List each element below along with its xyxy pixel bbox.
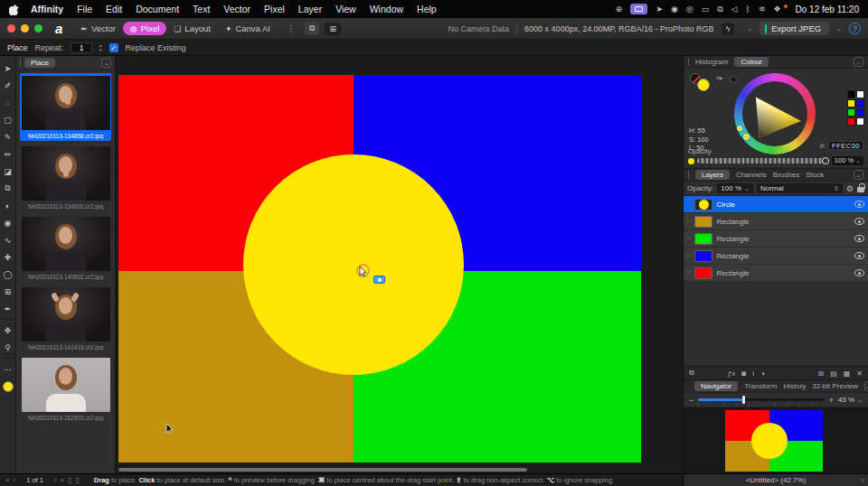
volume-icon[interactable]: ◁ — [731, 5, 738, 14]
layer-row-rectangle-blue[interactable]: ∷ Rectangle — [684, 248, 868, 264]
swatch[interactable] — [856, 117, 864, 126]
pointer-icon[interactable]: ➤ — [656, 5, 663, 14]
tab-channels[interactable]: Channels — [736, 171, 767, 179]
layer-lock-icon[interactable] — [857, 187, 864, 192]
layer-thumbnail[interactable] — [694, 250, 712, 262]
hardware-acceleration-button[interactable]: ϟ — [722, 23, 735, 35]
active-colour-well[interactable] — [3, 381, 14, 392]
colour-wheel[interactable] — [734, 73, 816, 154]
menu-item-vector[interactable]: Vector — [223, 4, 250, 14]
layer-drag-handle[interactable]: ∷ — [687, 201, 691, 208]
opacity-slider-knob[interactable] — [822, 157, 829, 164]
panel-menu-button[interactable]: ⌄ — [864, 381, 868, 391]
tab-histogram[interactable]: Histogram — [695, 58, 728, 66]
navigator-preview[interactable] — [684, 407, 868, 473]
move-tool[interactable]: ➤ — [0, 60, 15, 77]
swatch[interactable] — [856, 90, 864, 98]
next-page-button[interactable]: › — [54, 476, 57, 484]
camera-status-icon[interactable]: ◎ — [686, 5, 693, 14]
zoom-window-button[interactable] — [34, 24, 42, 33]
assistant-button[interactable]: ⧉ — [305, 22, 319, 35]
mesh-warp-tool[interactable]: ⊞ — [0, 283, 15, 300]
last-page-button[interactable]: » — [61, 476, 64, 484]
new-layer-icon[interactable]: ⊞ — [817, 369, 824, 378]
marquee-tool[interactable]: ▢ — [0, 111, 15, 128]
blend-mode-dropdown[interactable]: Normal⇕ — [757, 183, 843, 193]
canvas-viewport[interactable] — [117, 56, 683, 473]
menu-item-layer[interactable]: Layer — [298, 4, 322, 14]
layer-row-circle[interactable]: ∷ Circle — [684, 196, 868, 212]
eye-status-icon[interactable]: ◉ — [671, 5, 678, 14]
place-item-4[interactable]: NH20210113-141419.cr2.jpg — [20, 285, 111, 352]
chevron-down-icon[interactable]: ⌄ — [747, 25, 752, 33]
hamburger-icon[interactable]: ≡ — [861, 477, 864, 483]
delete-layer-icon[interactable]: ✕ — [856, 369, 863, 378]
repeat-stepper[interactable]: ▴▾ — [99, 43, 102, 52]
export-chevron-icon[interactable]: ⌄ — [836, 25, 842, 33]
tab-history[interactable]: History — [783, 382, 806, 390]
layer-thumbnail[interactable] — [694, 216, 712, 228]
adjustment-icon[interactable]: ◑ — [760, 369, 765, 378]
close-window-button[interactable] — [7, 24, 15, 33]
panel-menu-button[interactable]: ⌄ — [854, 170, 863, 180]
panel-grip[interactable] — [688, 171, 689, 179]
layer-visibility-eye-icon[interactable] — [854, 235, 864, 242]
single-page-icon[interactable]: ▯ — [68, 476, 71, 484]
snapping-options-button[interactable]: ⊞ — [325, 23, 341, 35]
layer-visibility-eye-icon[interactable] — [854, 252, 864, 259]
healing-tool[interactable]: ✚ — [0, 248, 15, 266]
colour-replacement-tool[interactable]: ⧉ — [0, 180, 15, 197]
shade-selector-dot[interactable] — [737, 126, 742, 131]
swatch[interactable] — [847, 90, 855, 98]
ellipse-tool[interactable]: ◯ — [0, 266, 15, 283]
layer-thumbnail[interactable] — [694, 199, 712, 210]
layer-opacity-dropdown[interactable]: 100 %⌄ — [717, 183, 753, 193]
menu-item-help[interactable]: Help — [417, 4, 437, 14]
zoom-out-button[interactable]: − — [689, 396, 693, 405]
pen-tool[interactable]: ✒ — [0, 300, 15, 317]
layer-row-rectangle-ochre[interactable]: ∷ Rectangle — [684, 213, 868, 229]
picked-colour-dot[interactable] — [730, 76, 737, 83]
pixel-tool[interactable]: ✏ — [0, 145, 15, 163]
tab-stock[interactable]: Stock — [806, 171, 824, 179]
layer-name[interactable]: Rectangle — [716, 269, 749, 277]
globe-icon[interactable]: ⊕ — [616, 5, 623, 14]
layer-thumbnail[interactable] — [694, 267, 712, 279]
swatch[interactable] — [847, 108, 855, 117]
layer-drag-handle[interactable]: ∷ — [687, 218, 691, 225]
zoom-in-button[interactable]: + — [829, 396, 834, 405]
swatch[interactable] — [847, 117, 855, 126]
document-canvas[interactable] — [118, 75, 641, 463]
minimize-window-button[interactable] — [21, 24, 29, 33]
persona-vector[interactable]: ✒Vector — [73, 22, 122, 35]
opacity-value-dropdown[interactable]: 100 %⌄ — [832, 156, 863, 165]
layer-settings-gear-icon[interactable]: ⚙ — [846, 184, 854, 193]
layer-name[interactable]: Circle — [716, 201, 734, 209]
wifi-icon[interactable]: ≋ — [759, 5, 766, 14]
layer-visibility-eye-icon[interactable] — [854, 201, 864, 208]
replace-existing-checkbox[interactable]: ✓ — [109, 43, 118, 52]
tab-place[interactable]: Place — [24, 58, 55, 68]
opacity-slider[interactable] — [697, 158, 828, 164]
screen-mirroring-icon[interactable] — [630, 4, 647, 14]
place-item-1[interactable]: NH20210113-134858.cr2.jpg — [20, 73, 111, 141]
hue-selector-dot[interactable] — [743, 134, 750, 140]
layer-row-rectangle-red[interactable]: ∷ Rectangle — [684, 265, 868, 281]
selection-brush-tool[interactable]: ✐ — [0, 77, 15, 94]
bluetooth-icon[interactable]: ᛒ — [746, 5, 750, 14]
layer-drag-handle[interactable]: ∷ — [687, 269, 691, 276]
smudge-tool[interactable]: ∿ — [0, 231, 15, 248]
tab-brushes[interactable]: Brushes — [773, 171, 799, 179]
first-page-button[interactable]: « — [5, 476, 9, 484]
fill-colour-swatch[interactable] — [697, 79, 710, 91]
panel-grip[interactable] — [688, 58, 689, 66]
menu-clock[interactable]: Do 12 feb 11:20 — [796, 5, 859, 14]
swatch[interactable] — [856, 99, 864, 107]
menu-item-document[interactable]: Document — [136, 4, 179, 14]
layer-name[interactable]: Rectangle — [716, 218, 749, 226]
menu-item-view[interactable]: View — [335, 4, 356, 14]
new-group-icon[interactable]: ▤ — [830, 369, 837, 378]
view-tool[interactable]: ✥ — [0, 322, 15, 339]
user-switch-icon[interactable]: ❖ — [773, 5, 780, 14]
menu-item-window[interactable]: Window — [370, 4, 403, 14]
